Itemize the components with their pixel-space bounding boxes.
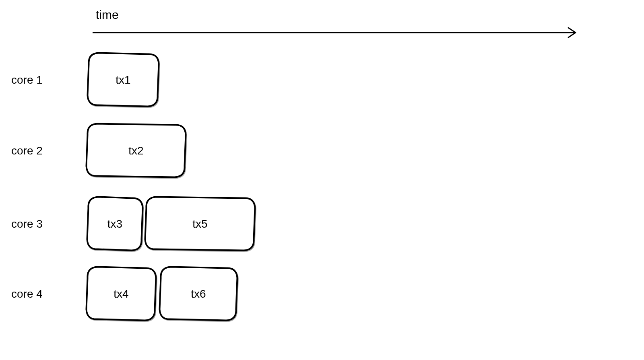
- rows-container: core 1tx1core 2tx2core 3tx3tx5core 4tx4t…: [11, 53, 256, 321]
- tx-box-tx5: tx5: [145, 197, 256, 251]
- tx-box-tx6: tx6: [160, 267, 238, 321]
- tx-box-tx2: tx2: [87, 124, 187, 178]
- tx-label-tx5: tx5: [192, 218, 207, 230]
- row-label-0: core 1: [11, 74, 43, 86]
- row-label-3: core 4: [11, 288, 43, 300]
- row-label-1: core 2: [11, 144, 43, 157]
- tx-label-tx4: tx4: [114, 288, 128, 300]
- tx-label-tx1: tx1: [116, 74, 130, 86]
- time-axis-arrow: [93, 28, 576, 37]
- tx-label-tx3: tx3: [107, 218, 122, 230]
- tx-box-tx3: tx3: [87, 197, 144, 251]
- timeline-diagram: time core 1tx1core 2tx2core 3tx3tx5core …: [0, 0, 644, 360]
- tx-box-tx4: tx4: [87, 267, 157, 321]
- axis-label: time: [96, 8, 119, 21]
- tx-label-tx6: tx6: [191, 288, 206, 300]
- tx-box-tx1: tx1: [88, 53, 160, 107]
- row-label-2: core 3: [11, 218, 43, 230]
- tx-label-tx2: tx2: [128, 144, 143, 157]
